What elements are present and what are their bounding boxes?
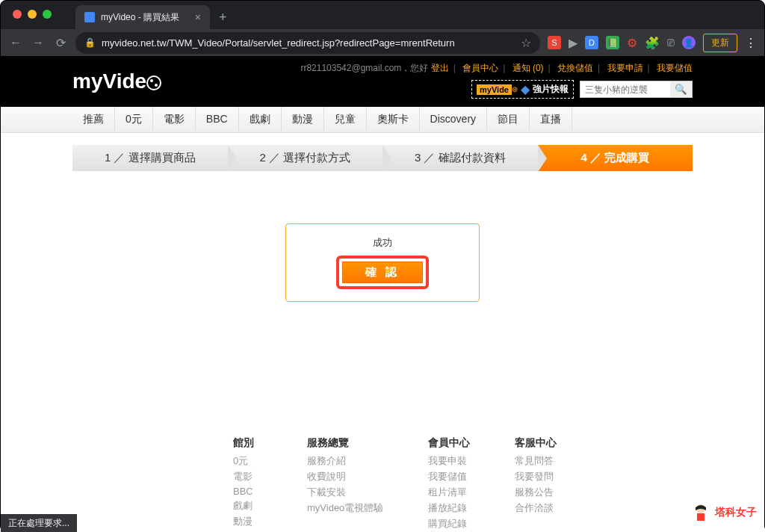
cast-icon[interactable]: ⎚ [667, 36, 675, 49]
redeem-link[interactable]: 兌換儲值 [557, 63, 593, 73]
footer-col-services: 服務總覽 服務介紹 收費說明 下載安裝 myVideo電視體驗 [307, 436, 383, 532]
status-bar: 正在處理要求... [1, 514, 77, 532]
banner-badge[interactable]: myVide⊛ ◆ 強片快報 [471, 80, 574, 99]
extension-icon-puzzle[interactable]: 🧩 [645, 36, 660, 50]
step-1: 1 ／ 選擇購買商品 [72, 145, 228, 171]
window-close-button[interactable] [13, 10, 22, 19]
logout-link[interactable]: 登出 [431, 63, 449, 73]
step-4: 4 ／ 完成購買 [538, 145, 693, 171]
extensions-area: S ▶ D 📗 ⚙ 🧩 ⎚ 👤 更新 ⋮ [548, 34, 757, 52]
nav-item-anime[interactable]: 動漫 [282, 107, 324, 132]
footer-col-support: 客服中心 常見問答 我要發問 服務公告 合作洽談 [515, 436, 557, 532]
confirm-button[interactable]: 確 認 [342, 262, 423, 283]
confirm-highlight: 確 認 [336, 256, 429, 289]
nav-item-show[interactable]: 節目 [487, 107, 530, 132]
url-text: myvideo.net.tw/TWM_Video/Portal/servlet_… [102, 37, 515, 49]
nav-item-kids[interactable]: 兒童 [324, 107, 367, 132]
step-3: 3 ／ 確認付款資料 [382, 145, 538, 171]
window-maximize-button[interactable] [43, 10, 52, 19]
deposit-link[interactable]: 我要儲值 [657, 63, 693, 73]
extension-icon-gear[interactable]: ⚙ [627, 36, 637, 50]
forward-button[interactable]: → [31, 36, 46, 49]
footer: 館別 0元 電影 BBC 戲劇 動漫 兒童 奧斯卡 服務總覽 服務介紹 收費說明… [121, 436, 644, 532]
reload-button[interactable]: ⟳ [53, 36, 68, 50]
extension-icon-s[interactable]: S [548, 36, 561, 49]
step-2: 2 ／ 選擇付款方式 [228, 145, 383, 171]
bookmark-star-icon[interactable]: ☆ [521, 36, 531, 50]
nav-menu: 推薦 0元 電影 BBC 戲劇 動漫 兒童 奧斯卡 Discovery 節目 直… [1, 107, 764, 133]
nav-item-bbc[interactable]: BBC [196, 107, 239, 132]
apply-link[interactable]: 我要申請 [607, 63, 643, 73]
nav-item-oscar[interactable]: 奧斯卡 [367, 107, 420, 132]
nav-item-free[interactable]: 0元 [115, 107, 153, 132]
svg-rect-1 [697, 513, 704, 521]
address-bar: ← → ⟳ 🔒 myvideo.net.tw/TWM_Video/Portal/… [1, 29, 764, 56]
result-message: 成功 [298, 236, 467, 250]
lock-icon: 🔒 [84, 37, 96, 48]
nav-item-live[interactable]: 直播 [530, 107, 572, 132]
top-links: rr821103542@gmail.com，您好 登出| 會員中心| 通知 (0… [300, 62, 693, 75]
search-button[interactable]: 🔍 [670, 81, 692, 97]
user-email: rr821103542@gmail.com [300, 63, 401, 73]
update-button[interactable]: 更新 [703, 34, 737, 52]
browser-tab[interactable]: myVideo - 購買結果 × [75, 5, 210, 30]
nav-item-discovery[interactable]: Discovery [420, 107, 487, 132]
browser-window: myVideo - 購買結果 × + ← → ⟳ 🔒 myvideo.net.t… [0, 0, 765, 532]
result-box: 成功 確 認 [285, 223, 480, 302]
tab-title: myVideo - 購買結果 [101, 11, 179, 24]
content-area: 1 ／ 選擇購買商品 2 ／ 選擇付款方式 3 ／ 確認付款資料 4 ／ 完成購… [72, 133, 693, 532]
nav-item-movie[interactable]: 電影 [153, 107, 196, 132]
site-header: myVide rr821103542@gmail.com，您好 登出| 會員中心… [1, 56, 764, 107]
page-content: myVide rr821103542@gmail.com，您好 登出| 會員中心… [1, 56, 764, 532]
nav-item-recommend[interactable]: 推薦 [72, 107, 115, 132]
extension-icon-d[interactable]: D [585, 36, 598, 49]
search-input[interactable] [580, 82, 670, 97]
footer-col-category: 館別 0元 電影 BBC 戲劇 動漫 兒童 奧斯卡 [233, 436, 262, 532]
window-controls [13, 10, 52, 19]
tab-favicon [84, 12, 95, 22]
back-button[interactable]: ← [8, 36, 23, 49]
menu-button[interactable]: ⋮ [745, 36, 757, 50]
url-input[interactable]: 🔒 myvideo.net.tw/TWM_Video/Portal/servle… [75, 32, 540, 54]
watermark-icon [690, 501, 712, 524]
footer-col-member: 會員中心 我要申裝 我要儲值 租片清單 播放紀錄 購買紀錄 餘額查詢 [428, 436, 470, 532]
extension-icon-play[interactable]: ▶ [569, 36, 577, 50]
notifications-link[interactable]: 通知 (0) [512, 63, 544, 73]
logo[interactable]: myVide [72, 69, 161, 93]
new-tab-button[interactable]: + [219, 10, 227, 25]
tab-bar: myVideo - 購買結果 × + [1, 1, 764, 29]
extension-icon-g[interactable]: 📗 [606, 36, 619, 49]
member-center-link[interactable]: 會員中心 [462, 63, 498, 73]
tab-close-icon[interactable]: × [195, 11, 201, 23]
nav-item-drama[interactable]: 戲劇 [239, 107, 282, 132]
search-box: 🔍 [580, 81, 693, 98]
banner-row: myVide⊛ ◆ 強片快報 🔍 [471, 80, 693, 99]
purchase-steps: 1 ／ 選擇購買商品 2 ／ 選擇付款方式 3 ／ 確認付款資料 4 ／ 完成購… [72, 145, 693, 171]
watermark: 塔科女子 [690, 501, 757, 524]
window-minimize-button[interactable] [28, 10, 37, 19]
profile-avatar[interactable]: 👤 [682, 36, 696, 49]
